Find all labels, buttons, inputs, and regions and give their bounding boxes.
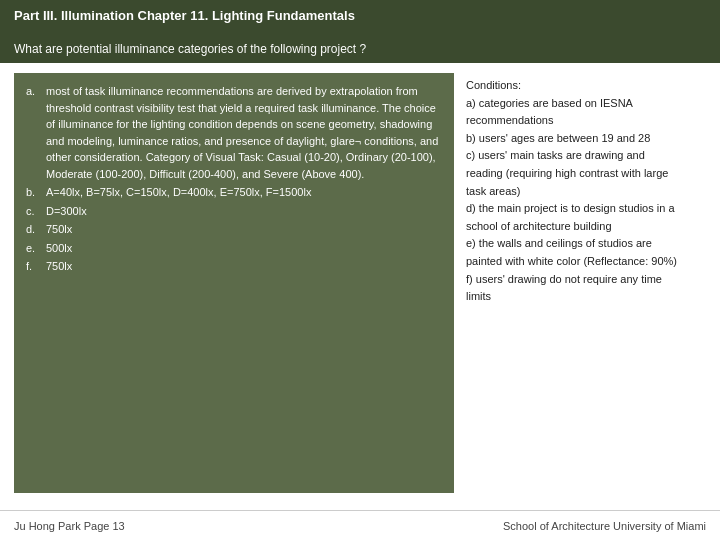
text-c: D=300lx xyxy=(46,203,87,220)
label-c: c. xyxy=(26,203,42,220)
label-e: e. xyxy=(26,240,42,257)
text-b: A=40lx, B=75lx, C=150lx, D=400lx, E=750l… xyxy=(46,184,311,201)
label-d: d. xyxy=(26,221,42,238)
question-text: What are potential illuminance categorie… xyxy=(14,42,366,56)
text-f: 750lx xyxy=(46,258,72,275)
footer-right: School of Architecture University of Mia… xyxy=(503,520,706,532)
header: Part III. Illumination Chapter 11. Light… xyxy=(0,0,720,35)
left-panel: a. most of task illuminance recommendati… xyxy=(14,73,454,493)
label-f: f. xyxy=(26,258,42,275)
right-panel-line: f) users' drawing do not require any tim… xyxy=(466,271,706,289)
header-title: Part III. Illumination Chapter 11. Light… xyxy=(14,8,706,23)
list-item-e: e. 500lx xyxy=(26,240,442,257)
question-bar: What are potential illuminance categorie… xyxy=(0,35,720,63)
main-content: a. most of task illuminance recommendati… xyxy=(0,63,720,503)
footer: Ju Hong Park Page 13 School of Architect… xyxy=(0,510,720,540)
list-item-c: c. D=300lx xyxy=(26,203,442,220)
list-item-d: d. 750lx xyxy=(26,221,442,238)
list-item-a: a. most of task illuminance recommendati… xyxy=(26,83,442,182)
right-panel-line: b) users' ages are between 19 and 28 xyxy=(466,130,706,148)
text-a: most of task illuminance recommendations… xyxy=(46,83,442,182)
right-panel-line: painted with white color (Reflectance: 9… xyxy=(466,253,706,271)
text-e: 500lx xyxy=(46,240,72,257)
text-d: 750lx xyxy=(46,221,72,238)
right-panel-line: a) categories are based on IESNA xyxy=(466,95,706,113)
label-a: a. xyxy=(26,83,42,182)
label-b: b. xyxy=(26,184,42,201)
footer-left: Ju Hong Park Page 13 xyxy=(14,520,125,532)
right-panel-line: c) users' main tasks are drawing and xyxy=(466,147,706,165)
right-panel-line: task areas) xyxy=(466,183,706,201)
list-item-b: b. A=40lx, B=75lx, C=150lx, D=400lx, E=7… xyxy=(26,184,442,201)
right-panel-line: recommendations xyxy=(466,112,706,130)
right-panel-line: school of architecture building xyxy=(466,218,706,236)
right-panel: Conditions:a) categories are based on IE… xyxy=(466,73,706,493)
list-item-f: f. 750lx xyxy=(26,258,442,275)
right-panel-line: limits xyxy=(466,288,706,306)
right-panel-line: d) the main project is to design studios… xyxy=(466,200,706,218)
right-panel-line: e) the walls and ceilings of studios are xyxy=(466,235,706,253)
right-panel-line: reading (requiring high contrast with la… xyxy=(466,165,706,183)
right-panel-line: Conditions: xyxy=(466,77,706,95)
